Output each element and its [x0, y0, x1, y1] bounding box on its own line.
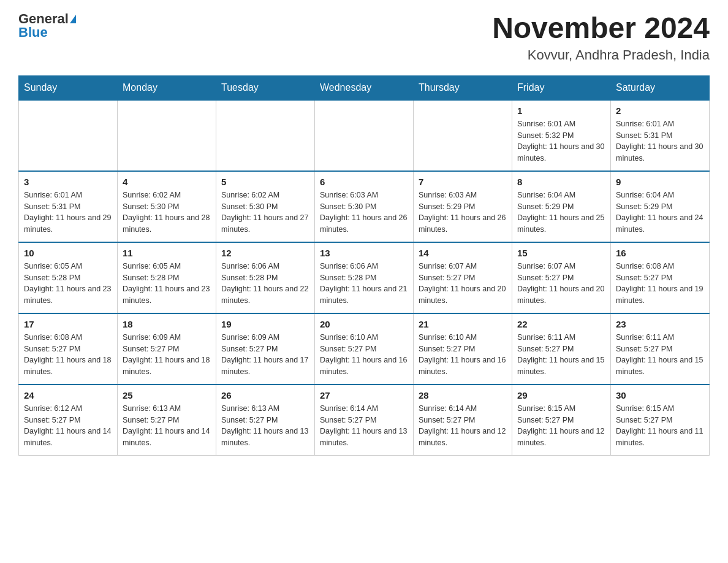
- calendar-day-cell: 14Sunrise: 6:07 AMSunset: 5:27 PMDayligh…: [414, 242, 512, 313]
- day-number: 6: [320, 177, 408, 187]
- day-info: Sunrise: 6:14 AMSunset: 5:27 PMDaylight:…: [320, 403, 408, 449]
- calendar-day-cell: [414, 100, 512, 171]
- day-number: 15: [517, 248, 605, 258]
- day-info: Sunrise: 6:02 AMSunset: 5:30 PMDaylight:…: [123, 190, 211, 236]
- day-info: Sunrise: 6:09 AMSunset: 5:27 PMDaylight:…: [221, 332, 309, 378]
- calendar-day-cell: 12Sunrise: 6:06 AMSunset: 5:28 PMDayligh…: [216, 242, 315, 313]
- day-info: Sunrise: 6:08 AMSunset: 5:27 PMDaylight:…: [616, 261, 704, 307]
- calendar-day-cell: 16Sunrise: 6:08 AMSunset: 5:27 PMDayligh…: [611, 242, 710, 313]
- day-info: Sunrise: 6:04 AMSunset: 5:29 PMDaylight:…: [517, 190, 605, 236]
- page-header: General Blue November 2024 Kovvur, Andhr…: [18, 12, 710, 63]
- day-number: 25: [123, 390, 211, 400]
- calendar-week-5: 24Sunrise: 6:12 AMSunset: 5:27 PMDayligh…: [19, 385, 710, 456]
- day-number: 18: [123, 319, 211, 329]
- day-number: 16: [616, 248, 704, 258]
- calendar-day-cell: 30Sunrise: 6:15 AMSunset: 5:27 PMDayligh…: [611, 385, 710, 456]
- day-info: Sunrise: 6:09 AMSunset: 5:27 PMDaylight:…: [123, 332, 211, 378]
- calendar-day-cell: 4Sunrise: 6:02 AMSunset: 5:30 PMDaylight…: [118, 171, 216, 242]
- calendar-day-cell: 5Sunrise: 6:02 AMSunset: 5:30 PMDaylight…: [216, 171, 315, 242]
- calendar-week-4: 17Sunrise: 6:08 AMSunset: 5:27 PMDayligh…: [19, 313, 710, 385]
- day-number: 13: [320, 248, 408, 258]
- day-number: 4: [123, 177, 211, 187]
- weekday-header-sunday: Sunday: [19, 75, 118, 100]
- calendar-day-cell: 1Sunrise: 6:01 AMSunset: 5:32 PMDaylight…: [512, 100, 611, 171]
- calendar-day-cell: 29Sunrise: 6:15 AMSunset: 5:27 PMDayligh…: [512, 385, 611, 456]
- calendar-day-cell: 7Sunrise: 6:03 AMSunset: 5:29 PMDaylight…: [414, 171, 512, 242]
- weekday-header-thursday: Thursday: [414, 75, 512, 100]
- weekday-header-tuesday: Tuesday: [216, 75, 315, 100]
- weekday-header-saturday: Saturday: [611, 75, 710, 100]
- calendar-week-2: 3Sunrise: 6:01 AMSunset: 5:31 PMDaylight…: [19, 171, 710, 242]
- day-info: Sunrise: 6:03 AMSunset: 5:30 PMDaylight:…: [320, 190, 408, 236]
- logo-triangle-icon: [70, 15, 76, 23]
- day-number: 7: [419, 177, 507, 187]
- day-number: 26: [221, 390, 309, 400]
- day-number: 19: [221, 319, 309, 329]
- day-number: 9: [616, 177, 704, 187]
- day-info: Sunrise: 6:10 AMSunset: 5:27 PMDaylight:…: [419, 332, 507, 378]
- day-number: 12: [221, 248, 309, 258]
- day-number: 10: [24, 248, 112, 258]
- day-number: 29: [517, 390, 605, 400]
- day-number: 14: [419, 248, 507, 258]
- day-info: Sunrise: 6:15 AMSunset: 5:27 PMDaylight:…: [616, 403, 704, 449]
- day-info: Sunrise: 6:14 AMSunset: 5:27 PMDaylight:…: [419, 403, 507, 449]
- calendar-day-cell: 24Sunrise: 6:12 AMSunset: 5:27 PMDayligh…: [19, 385, 118, 456]
- calendar-day-cell: 2Sunrise: 6:01 AMSunset: 5:31 PMDaylight…: [611, 100, 710, 171]
- day-info: Sunrise: 6:11 AMSunset: 5:27 PMDaylight:…: [616, 332, 704, 378]
- calendar-day-cell: 11Sunrise: 6:05 AMSunset: 5:28 PMDayligh…: [118, 242, 216, 313]
- day-number: 24: [24, 390, 112, 400]
- day-number: 5: [221, 177, 309, 187]
- calendar-day-cell: 22Sunrise: 6:11 AMSunset: 5:27 PMDayligh…: [512, 313, 611, 385]
- logo-general-text: General: [18, 12, 69, 26]
- day-number: 20: [320, 319, 408, 329]
- weekday-header-wednesday: Wednesday: [315, 75, 414, 100]
- calendar-header: SundayMondayTuesdayWednesdayThursdayFrid…: [19, 75, 710, 100]
- calendar-day-cell: 8Sunrise: 6:04 AMSunset: 5:29 PMDaylight…: [512, 171, 611, 242]
- day-number: 21: [419, 319, 507, 329]
- month-title: November 2024: [492, 12, 710, 45]
- day-info: Sunrise: 6:11 AMSunset: 5:27 PMDaylight:…: [517, 332, 605, 378]
- calendar-day-cell: 3Sunrise: 6:01 AMSunset: 5:31 PMDaylight…: [19, 171, 118, 242]
- day-info: Sunrise: 6:08 AMSunset: 5:27 PMDaylight:…: [24, 332, 112, 378]
- calendar-day-cell: 26Sunrise: 6:13 AMSunset: 5:27 PMDayligh…: [216, 385, 315, 456]
- day-info: Sunrise: 6:05 AMSunset: 5:28 PMDaylight:…: [123, 261, 211, 307]
- weekday-header-friday: Friday: [512, 75, 611, 100]
- day-info: Sunrise: 6:05 AMSunset: 5:28 PMDaylight:…: [24, 261, 112, 307]
- day-number: 8: [517, 177, 605, 187]
- title-block: November 2024 Kovvur, Andhra Pradesh, In…: [492, 12, 710, 63]
- day-info: Sunrise: 6:10 AMSunset: 5:27 PMDaylight:…: [320, 332, 408, 378]
- calendar-day-cell: [315, 100, 414, 171]
- day-info: Sunrise: 6:02 AMSunset: 5:30 PMDaylight:…: [221, 190, 309, 236]
- calendar-week-3: 10Sunrise: 6:05 AMSunset: 5:28 PMDayligh…: [19, 242, 710, 313]
- day-number: 2: [616, 105, 704, 116]
- calendar-day-cell: 27Sunrise: 6:14 AMSunset: 5:27 PMDayligh…: [315, 385, 414, 456]
- day-number: 1: [517, 105, 605, 116]
- calendar-day-cell: [216, 100, 315, 171]
- day-info: Sunrise: 6:07 AMSunset: 5:27 PMDaylight:…: [419, 261, 507, 307]
- day-info: Sunrise: 6:07 AMSunset: 5:27 PMDaylight:…: [517, 261, 605, 307]
- day-info: Sunrise: 6:01 AMSunset: 5:31 PMDaylight:…: [616, 118, 704, 164]
- calendar-day-cell: 20Sunrise: 6:10 AMSunset: 5:27 PMDayligh…: [315, 313, 414, 385]
- calendar-day-cell: 25Sunrise: 6:13 AMSunset: 5:27 PMDayligh…: [118, 385, 216, 456]
- day-info: Sunrise: 6:15 AMSunset: 5:27 PMDaylight:…: [517, 403, 605, 449]
- calendar-day-cell: 6Sunrise: 6:03 AMSunset: 5:30 PMDaylight…: [315, 171, 414, 242]
- day-number: 27: [320, 390, 408, 400]
- day-info: Sunrise: 6:06 AMSunset: 5:28 PMDaylight:…: [221, 261, 309, 307]
- location-title: Kovvur, Andhra Pradesh, India: [492, 47, 710, 63]
- day-info: Sunrise: 6:13 AMSunset: 5:27 PMDaylight:…: [123, 403, 211, 449]
- calendar-day-cell: [19, 100, 118, 171]
- calendar-day-cell: 15Sunrise: 6:07 AMSunset: 5:27 PMDayligh…: [512, 242, 611, 313]
- calendar-day-cell: 17Sunrise: 6:08 AMSunset: 5:27 PMDayligh…: [19, 313, 118, 385]
- day-info: Sunrise: 6:06 AMSunset: 5:28 PMDaylight:…: [320, 261, 408, 307]
- day-number: 22: [517, 319, 605, 329]
- day-number: 28: [419, 390, 507, 400]
- day-number: 3: [24, 177, 112, 187]
- day-number: 23: [616, 319, 704, 329]
- day-info: Sunrise: 6:01 AMSunset: 5:31 PMDaylight:…: [24, 190, 112, 236]
- calendar-week-1: 1Sunrise: 6:01 AMSunset: 5:32 PMDaylight…: [19, 100, 710, 171]
- weekday-header-monday: Monday: [118, 75, 216, 100]
- calendar-table: SundayMondayTuesdayWednesdayThursdayFrid…: [18, 75, 710, 456]
- calendar-day-cell: 10Sunrise: 6:05 AMSunset: 5:28 PMDayligh…: [19, 242, 118, 313]
- calendar-day-cell: 18Sunrise: 6:09 AMSunset: 5:27 PMDayligh…: [118, 313, 216, 385]
